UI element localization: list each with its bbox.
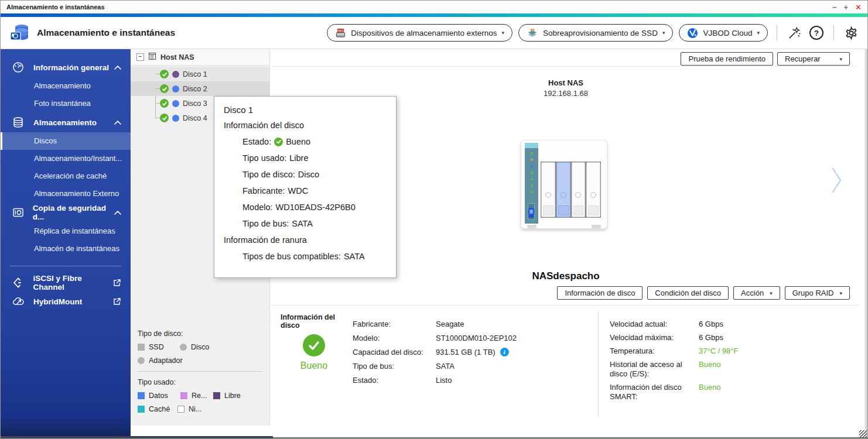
status-good-icon <box>160 70 169 78</box>
bay-latch <box>558 205 569 215</box>
tooltip-value: WD10EADS-42P6B0 <box>276 203 356 212</box>
nas-chassis <box>521 140 607 229</box>
vjbod-cloud-button[interactable]: VJBOD Cloud▾ <box>679 24 768 42</box>
status-good-icon <box>274 138 283 146</box>
resize-grip[interactable] <box>859 430 867 438</box>
legend-label: SSD <box>149 343 164 351</box>
sidebar-item-aceleracion-de-cache[interactable]: Aceleración de caché <box>1 167 131 185</box>
informacion-de-disco-button[interactable]: Información de disco <box>557 286 643 300</box>
collapse-icon[interactable]: − <box>136 53 144 61</box>
help-glyph: ? <box>809 26 823 40</box>
button-label: Dispositivos de almacenamiento externos <box>351 29 497 37</box>
settings-gear-icon[interactable] <box>843 26 859 40</box>
nas-usb-port <box>528 208 534 218</box>
accion-button[interactable]: Acción▾ <box>733 286 780 300</box>
health-label: Bueno <box>291 361 337 371</box>
grupo-raid-button[interactable]: Grupo RAID▾ <box>785 286 850 300</box>
detail-value: 6 Gbps <box>699 320 723 329</box>
tooltip-label: Tipo usado: <box>242 153 286 163</box>
detail-value: Bueno <box>699 383 721 402</box>
bay-lock <box>575 192 581 198</box>
sidebar-item-almacenamiento-instant[interactable]: Almacenamiento/Instant... <box>1 150 131 167</box>
drive-bay-1[interactable] <box>541 162 555 217</box>
chevron-up-icon[interactable] <box>114 121 121 125</box>
tooltip-row-tipo-de-bus: Tipo de bus: SATA <box>242 219 387 228</box>
dispositivos-de-almacenamiento-externos-button[interactable]: RAID Dispositivos de almacenamiento exte… <box>327 24 512 42</box>
sidebar-item-replica-de-instantaneas[interactable]: Réplica de instantáneas <box>1 222 131 240</box>
external-link-icon <box>113 279 121 287</box>
disk-health: Bueno <box>291 334 337 371</box>
chevron-up-icon[interactable] <box>114 211 121 215</box>
tooltip-label: Tipos de bus compatibles: <box>242 252 341 261</box>
external-link-icon <box>113 297 121 306</box>
sidebar-item-discos[interactable]: Discos <box>1 132 131 150</box>
drive-bay-4[interactable] <box>586 162 600 217</box>
external-storage-raid-icon: RAID <box>335 28 346 39</box>
scrollbar-track[interactable] <box>864 49 867 438</box>
close-button[interactable]: ✕ <box>855 4 862 11</box>
tooltip-value: Disco <box>298 170 319 179</box>
chevron-down-icon: ▾ <box>501 30 504 36</box>
sidebar-item-foto-instantanea[interactable]: Foto instantánea <box>1 95 131 112</box>
legend: Tipo de disco: SSD Disco Adaptador Tipo … <box>131 323 269 426</box>
tree-item-label: Disco 2 <box>183 85 207 93</box>
button-label: VJBOD Cloud <box>703 29 752 37</box>
disk-info-grid: Fabricante: Seagate Modelo: ST1000DM010-… <box>353 320 517 385</box>
nas-cabinet-icon <box>148 52 156 62</box>
sidebar-item-almacenamiento[interactable]: Almacenamiento <box>1 77 131 95</box>
detail-label: Fabricante: <box>353 320 436 328</box>
bay-lock <box>545 192 551 198</box>
status-good-icon <box>160 114 169 122</box>
bay-lock <box>561 192 566 198</box>
drive-bay-3[interactable] <box>572 162 586 217</box>
page-title: Almacenamiento e instantáneas <box>37 28 175 38</box>
info-icon[interactable]: i <box>500 348 509 356</box>
legend-swatch <box>180 392 187 399</box>
tooltip-row-modelo: Modelo: WD10EADS-42P6B0 <box>242 203 387 212</box>
header-buttons: RAID Dispositivos de almacenamiento exte… <box>327 24 768 42</box>
legend-swatch <box>177 406 184 413</box>
chevron-up-icon[interactable] <box>114 66 121 70</box>
tree-item-disco-1[interactable]: Disco 1 <box>131 67 269 81</box>
maximize-button[interactable]: + <box>844 4 849 11</box>
detail-row: Temperatura: 37°C / 98°F <box>610 347 844 356</box>
legend-disk-type-title: Tipo de disco: <box>138 330 262 338</box>
chevron-down-icon: ▾ <box>757 30 760 36</box>
nas-foot <box>527 225 536 228</box>
legend-used-type-title: Tipo usado: <box>138 378 262 386</box>
legend-swatch <box>138 344 145 351</box>
nas-led <box>531 172 533 174</box>
tree-connector <box>155 74 160 74</box>
detail-value: Bueno <box>699 360 721 379</box>
app-window: Almacenamiento e instantáneas − + ✕ Alma… <box>0 0 868 439</box>
sidebar-item-almacen-de-instantaneas[interactable]: Almacén de instantáneas <box>1 240 131 258</box>
tree-item-disco-2[interactable]: Disco 2 <box>131 81 269 96</box>
carousel-next-arrow[interactable] <box>831 166 843 197</box>
help-icon[interactable]: ? <box>808 26 825 40</box>
nas-led <box>531 184 533 187</box>
sobreaprovisionamiento-de-ssd-button[interactable]: Sobreaprovisionamiento de SSD▾ <box>518 24 673 42</box>
bay-latch <box>588 205 599 215</box>
nas-led <box>531 152 533 155</box>
sidebar-link-iscsi-y-fibre-channel[interactable]: iSCSI y Fibre Channel <box>1 273 131 292</box>
sidebar-section-informacion-general[interactable]: Información general <box>1 57 131 77</box>
tree-root-host-nas[interactable]: − Host NAS <box>131 49 269 66</box>
snapshot-camera-icon <box>12 207 25 218</box>
condicion-del-disco-button[interactable]: Condición del disco <box>647 286 729 300</box>
tooltip-value: SATA <box>292 219 313 228</box>
drive-bay-2[interactable] <box>556 162 570 217</box>
tooltip-row-tipo-usado: Tipo usado: Libre <box>242 153 387 163</box>
sidebar-section-copia-de-seguridad-d[interactable]: Copia de seguridad d... <box>1 203 131 222</box>
detail-label: Historial de acceso al disco (E/S): <box>610 360 699 379</box>
sidebar-item-almacenamiento-externo[interactable]: Almacenamiento Externo <box>1 185 131 203</box>
minimize-button[interactable]: − <box>832 4 837 11</box>
legend-item-adaptador: Adaptador <box>138 356 202 365</box>
detail-value: 37°C / 98°F <box>699 347 738 356</box>
magic-wand-icon[interactable] <box>786 26 802 40</box>
divider <box>598 311 599 417</box>
disk-type-dot <box>172 71 179 78</box>
sidebar-section-almacenamiento[interactable]: Almacenamiento <box>1 112 131 132</box>
nas-strip-top <box>525 143 538 148</box>
disk-type-dot <box>172 100 179 107</box>
sidebar-link-hybridmount[interactable]: HybridMount <box>1 292 131 311</box>
